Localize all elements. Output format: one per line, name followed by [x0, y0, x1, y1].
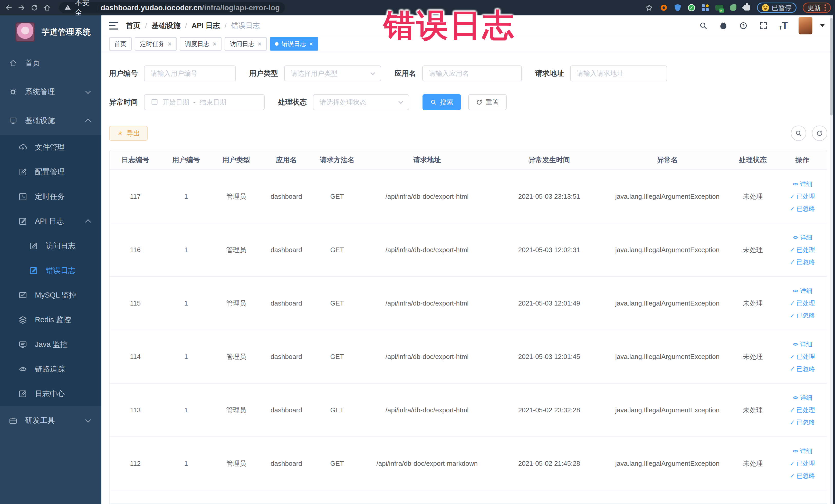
scrollbar-thumb[interactable] — [830, 18, 833, 116]
search-icon[interactable] — [699, 21, 708, 30]
date-range-picker[interactable]: 开始日期 - 结束日期 — [144, 94, 265, 110]
fullscreen-icon[interactable] — [759, 21, 768, 30]
extension-orange-icon[interactable] — [660, 4, 668, 12]
detail-link[interactable]: 详细 — [792, 180, 812, 188]
cell-url: /api/infra/db-doc/export-html — [363, 383, 491, 437]
sidebar-item-logcenter[interactable]: 日志中心 — [0, 382, 101, 406]
calendar-icon — [151, 98, 158, 106]
page-scrollbar[interactable] — [830, 15, 833, 504]
reload-icon[interactable] — [30, 3, 39, 12]
edit-square-icon — [19, 217, 27, 226]
detail-link[interactable]: 详细 — [792, 394, 812, 402]
address-bar[interactable]: 不安全 dashboard.yudao.iocoder.cn/infra/log… — [59, 2, 285, 13]
sidebar-item-home[interactable]: 首页 — [0, 49, 101, 78]
extensions-puzzle-icon[interactable] — [743, 4, 751, 12]
detail-link[interactable]: 详细 — [792, 234, 812, 242]
mark-ignored-link[interactable]: ✓已忽略 — [790, 365, 815, 373]
mark-ignored-link[interactable]: ✓已忽略 — [790, 311, 815, 320]
extension-shield-icon[interactable] — [674, 4, 681, 12]
detail-link[interactable]: 详细 — [792, 447, 812, 455]
forward-icon[interactable] — [17, 3, 26, 12]
breadcrumb-home[interactable]: 首页 — [126, 21, 140, 31]
close-icon[interactable]: × — [212, 41, 217, 47]
mark-ignored-link[interactable]: ✓已忽略 — [790, 472, 815, 480]
extension-switch-on-icon[interactable] — [715, 4, 723, 12]
close-icon[interactable]: × — [168, 41, 171, 47]
mark-processed-link[interactable]: ✓已处理 — [790, 299, 815, 307]
font-size-icon[interactable]: TT — [779, 20, 788, 31]
cell-status: 未处理 — [728, 437, 778, 490]
table-row[interactable]: 113 1 管理员 dashboard GET /api/infra/db-do… — [109, 383, 827, 437]
toggle-search-button[interactable] — [791, 125, 806, 141]
paused-badge[interactable]: 已暂停 — [757, 3, 796, 13]
request-url-input[interactable] — [577, 69, 660, 78]
table-row[interactable]: 117 1 管理员 dashboard GET /api/infra/db-do… — [109, 170, 827, 223]
breadcrumb-apilog[interactable]: API 日志 — [192, 21, 220, 31]
security-label[interactable]: 不安全 — [75, 0, 93, 18]
mark-processed-link[interactable]: ✓已处理 — [790, 459, 815, 467]
collapse-sidebar-icon[interactable] — [109, 22, 118, 29]
process-status-select[interactable]: 请选择处理状态 — [313, 94, 409, 110]
tab-access-log[interactable]: 访问日志× — [225, 37, 266, 51]
user-avatar[interactable] — [798, 17, 812, 35]
table-row[interactable]: 112 1 管理员 dashboard GET /api/infra/db-do… — [109, 437, 827, 490]
search-button[interactable]: 搜索 — [423, 94, 461, 110]
bookmark-star-icon[interactable] — [645, 3, 654, 12]
url-text[interactable]: dashboard.yudao.iocoder.cn/infra/log/api… — [101, 4, 280, 12]
mark-ignored-link[interactable]: ✓已忽略 — [790, 418, 815, 426]
mark-processed-link[interactable]: ✓已处理 — [790, 246, 815, 254]
extension-grid-icon[interactable] — [701, 4, 709, 12]
extension-green-check-icon[interactable]: ✓ — [688, 4, 695, 12]
breadcrumb-infra[interactable]: 基础设施 — [152, 21, 180, 31]
sidebar-item-accesslog[interactable]: 访问日志 — [0, 234, 101, 258]
sidebar-item-config[interactable]: 配置管理 — [0, 160, 101, 184]
sidebar-item-mysql[interactable]: MySQL 监控 — [0, 283, 101, 308]
process-status-label: 处理状态 — [278, 97, 307, 107]
sidebar-item-apilog[interactable]: API 日志 — [0, 209, 101, 234]
app-name-input[interactable] — [429, 69, 515, 78]
back-icon[interactable] — [4, 3, 13, 12]
export-button[interactable]: 导出 — [109, 126, 148, 141]
sidebar-item-devtools[interactable]: 研发工具 — [0, 406, 101, 435]
mark-processed-link[interactable]: ✓已处理 — [790, 406, 815, 414]
update-button[interactable]: 更新 — [803, 3, 831, 13]
table-row[interactable]: 114 1 管理员 dashboard GET /api/infra/db-do… — [109, 330, 827, 383]
logo-row[interactable]: 芋道管理系统 — [0, 15, 101, 49]
mark-processed-link[interactable]: ✓已处理 — [790, 192, 815, 201]
tab-job[interactable]: 定时任务× — [135, 37, 177, 51]
chevron-down-icon — [85, 417, 91, 423]
start-date-placeholder: 开始日期 — [162, 98, 189, 107]
sidebar-item-infra[interactable]: 基础设施 — [0, 106, 101, 135]
caret-down-icon[interactable] — [820, 24, 825, 27]
browser-menu-icon[interactable] — [824, 4, 826, 11]
github-icon[interactable] — [719, 21, 728, 30]
close-icon[interactable]: × — [309, 41, 313, 47]
tab-error-log[interactable]: 错误日志× — [270, 37, 318, 51]
detail-link[interactable]: 详细 — [792, 340, 812, 348]
sidebar-item-errorlog[interactable]: 错误日志 — [0, 258, 101, 283]
reset-button[interactable]: 重置 — [468, 94, 507, 110]
sidebar-item-redis[interactable]: Redis 监控 — [0, 308, 101, 332]
sidebar-item-system[interactable]: 系统管理 — [0, 78, 101, 106]
close-icon[interactable]: × — [258, 41, 261, 47]
tab-job-log[interactable]: 调度日志× — [180, 37, 222, 51]
tab-home[interactable]: 首页 — [109, 37, 132, 51]
mark-processed-link[interactable]: ✓已处理 — [790, 352, 815, 361]
mark-ignored-link[interactable]: ✓已忽略 — [790, 258, 815, 266]
sidebar-item-job[interactable]: 定时任务 — [0, 184, 101, 209]
extension-leaf-icon[interactable] — [729, 4, 737, 12]
user-id-input[interactable] — [151, 69, 229, 78]
sidebar-item-file[interactable]: 文件管理 — [0, 135, 101, 160]
help-icon[interactable]: ? — [739, 21, 748, 30]
refresh-button[interactable] — [812, 125, 827, 141]
cell-time: 2021-05-03 12:01:49 — [491, 277, 607, 330]
cell-exception: java.lang.IllegalArgumentException — [607, 223, 728, 277]
table-row[interactable]: 116 1 管理员 dashboard GET /api/infra/db-do… — [109, 223, 827, 277]
mark-ignored-link[interactable]: ✓已忽略 — [790, 205, 815, 213]
home-icon[interactable] — [43, 3, 52, 12]
sidebar-item-trace[interactable]: 链路追踪 — [0, 357, 101, 382]
table-row[interactable]: 115 1 管理员 dashboard GET /api/infra/db-do… — [109, 277, 827, 330]
user-type-select[interactable]: 请选择用户类型 — [284, 65, 381, 81]
detail-link[interactable]: 详细 — [792, 287, 812, 295]
sidebar-item-java[interactable]: Java 监控 — [0, 332, 101, 357]
